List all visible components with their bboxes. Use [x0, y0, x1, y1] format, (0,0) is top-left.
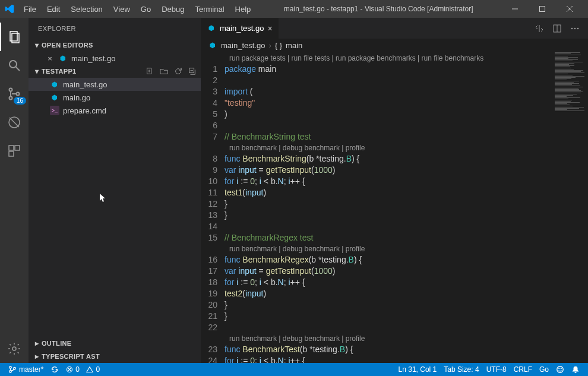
sidebar: EXPLORER ▾ OPEN EDITORS ×⬢main_test.go ▾… [29, 18, 201, 363]
status-tab-size[interactable]: Tab Size: 4 [440, 365, 482, 374]
codelens[interactable]: run benchmark | debug benchmark | profil… [225, 143, 552, 153]
editor-group: ⬢ main_test.go × ⬢ main_test.go › { } ma… [201, 18, 588, 363]
chevron-down-icon: ▾ [32, 41, 42, 49]
menu-view[interactable]: View [109, 2, 135, 16]
compare-icon[interactable] [531, 18, 548, 39]
tab-bar: ⬢ main_test.go × [201, 18, 588, 39]
code-line[interactable]: 9 var input = getTestInput(1000) [201, 165, 552, 176]
activity-extensions[interactable] [0, 137, 29, 165]
code-line[interactable]: 7// BenchmarkString test [201, 131, 552, 143]
code-line[interactable]: 14 [201, 221, 552, 232]
open-editor-item[interactable]: ×⬢main_test.go [29, 52, 201, 65]
status-language[interactable]: Go [536, 365, 552, 374]
code-line[interactable]: 22 [201, 322, 552, 333]
menu-debug[interactable]: Debug [157, 2, 189, 16]
menu-go[interactable]: Go [136, 2, 156, 16]
code-line[interactable]: 21} [201, 311, 552, 322]
code-line[interactable]: 5) [201, 109, 552, 120]
go-file-icon: ⬢ [207, 24, 216, 33]
activity-explorer[interactable] [0, 23, 29, 51]
status-encoding[interactable]: UTF-8 [483, 365, 510, 374]
minimap[interactable] [552, 52, 588, 363]
typescript-ast-header[interactable]: ▸ TYPESCRIPT AST [29, 350, 201, 363]
menu-selection[interactable]: Selection [66, 2, 107, 16]
new-file-icon[interactable] [144, 65, 156, 77]
breadcrumb[interactable]: ⬢ main_test.go › { } main [201, 39, 588, 52]
svg-rect-1 [540, 7, 545, 12]
status-feedback[interactable] [552, 365, 568, 374]
more-icon[interactable] [567, 18, 583, 39]
activity-settings[interactable] [0, 334, 29, 363]
code-line[interactable]: 6 [201, 120, 552, 131]
status-notifications[interactable] [568, 365, 583, 374]
menu-edit[interactable]: Edit [42, 2, 65, 16]
window-maximize[interactable] [529, 0, 556, 18]
new-folder-icon[interactable] [158, 65, 170, 77]
status-problems[interactable]: 0 0 [62, 365, 103, 374]
status-eol[interactable]: CRLF [510, 365, 536, 374]
refresh-icon[interactable] [172, 65, 184, 77]
code-line[interactable]: 8func BenchmarkString(b *testing.B) { [201, 153, 552, 165]
code-line[interactable]: 13} [201, 210, 552, 221]
tab-main-test-go[interactable]: ⬢ main_test.go × [201, 18, 279, 39]
svg-point-8 [10, 89, 12, 91]
close-icon[interactable]: × [267, 24, 272, 33]
svg-point-25 [574, 27, 576, 29]
code-editor[interactable]: run package tests | run file tests | run… [201, 52, 552, 363]
status-bar: master* 0 0 Ln 31, Col 1 Tab Size: 4 UTF… [0, 363, 588, 376]
code-line[interactable]: 1package main [201, 64, 552, 75]
code-line[interactable]: 16func BenchmarkRegex(b *testing.B) { [201, 254, 552, 266]
activity-search[interactable] [0, 51, 29, 80]
code-line[interactable]: 23func BenchmarkTest(b *testing.B) { [201, 344, 552, 355]
file-item[interactable]: ⬢main.go [29, 91, 201, 104]
code-line[interactable]: 15// BenchmarkRegex test [201, 232, 552, 244]
code-line[interactable]: 18 for i := 0; i < b.N; i++ { [201, 277, 552, 288]
menu-terminal[interactable]: Terminal [190, 2, 229, 16]
go-file-icon: ⬢ [58, 53, 68, 63]
file-item[interactable]: ⬢main_test.go [29, 78, 201, 91]
code-line[interactable]: 11 test1(input) [201, 187, 552, 198]
folder-header[interactable]: ▾ TESTAPP1 [29, 65, 201, 78]
open-editors-header[interactable]: ▾ OPEN EDITORS [29, 39, 201, 52]
svg-point-27 [10, 366, 12, 369]
activity-debug[interactable] [0, 108, 29, 137]
code-line[interactable]: 12 } [201, 198, 552, 210]
window-minimize[interactable] [501, 0, 529, 18]
menu-bar: FileEditSelectionViewGoDebugTerminalHelp [19, 2, 255, 16]
chevron-right-icon: ▸ [32, 339, 42, 347]
svg-point-10 [17, 93, 20, 96]
file-item[interactable]: >_prepare.cmd [29, 104, 201, 117]
sidebar-title: EXPLORER [29, 18, 201, 39]
code-line[interactable]: 4 "testing" [201, 97, 552, 109]
window-title: main_test.go - testapp1 - Visual Studio … [255, 5, 501, 13]
menu-help[interactable]: Help [230, 2, 256, 16]
split-editor-icon[interactable] [549, 18, 565, 39]
go-file-icon: ⬢ [50, 80, 59, 89]
svg-point-24 [571, 27, 573, 29]
window-close[interactable] [556, 0, 583, 18]
code-line[interactable]: 24 for i := 0; i < b.N; i++ { [201, 355, 552, 363]
status-branch[interactable]: master* [5, 365, 47, 374]
codelens[interactable]: run package tests | run file tests | run… [225, 53, 552, 64]
close-icon[interactable]: × [45, 54, 55, 63]
code-line[interactable]: 19 test2(input) [201, 288, 552, 299]
outline-header[interactable]: ▸ OUTLINE [29, 337, 201, 350]
code-line[interactable]: 17 var input = getTestInput(1000) [201, 266, 552, 277]
menu-file[interactable]: File [19, 2, 41, 16]
code-line[interactable]: 20 } [201, 299, 552, 311]
status-cursor-position[interactable]: Ln 31, Col 1 [395, 365, 441, 374]
code-line[interactable]: 10 for i := 0; i < b.N; i++ { [201, 176, 552, 187]
vscode-logo-icon [5, 4, 14, 14]
svg-rect-14 [15, 146, 20, 150]
code-line[interactable]: 3import ( [201, 86, 552, 97]
codelens[interactable]: run benchmark | debug benchmark | profil… [225, 244, 552, 254]
status-sync[interactable] [47, 365, 62, 374]
collapse-all-icon[interactable] [186, 65, 198, 77]
chevron-down-icon: ▾ [32, 67, 42, 75]
go-file-icon: ⬢ [50, 93, 59, 102]
svg-point-33 [557, 366, 564, 373]
code-line[interactable]: 2 [201, 75, 552, 86]
activity-source-control[interactable]: 16 [0, 80, 29, 108]
svg-point-28 [10, 371, 12, 373]
codelens[interactable]: run benchmark | debug benchmark | profil… [225, 333, 552, 344]
